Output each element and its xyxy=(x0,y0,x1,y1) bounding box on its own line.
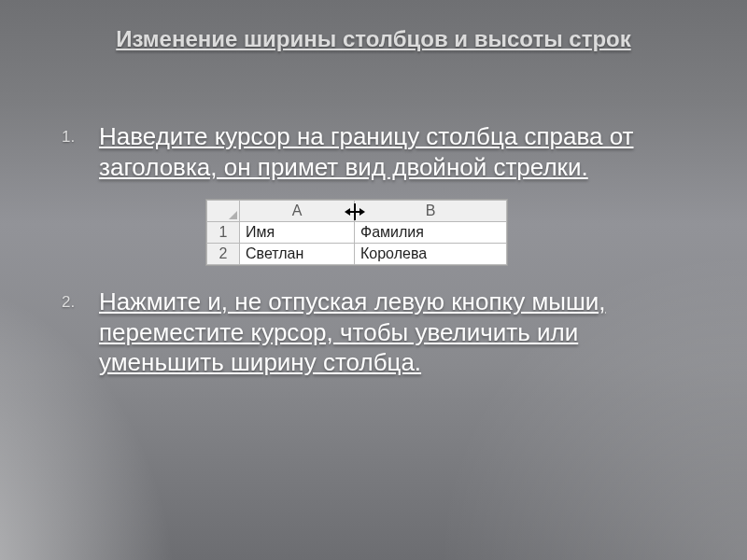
cell-a1: Имя xyxy=(240,222,355,244)
excel-grid: A B 1 Имя Фамилия 2 Светлан Королева xyxy=(206,200,507,265)
instruction-list: Наведите курсор на границу столбца справ… xyxy=(56,121,700,378)
instruction-step-2: Нажмите и, не отпуская левую кнопку мыши… xyxy=(56,287,700,378)
column-header-row: A B xyxy=(207,201,507,222)
table-row: 2 Светлан Королева xyxy=(207,244,507,265)
excel-figure: A B 1 Имя Фамилия 2 Светлан Королева xyxy=(205,199,508,266)
cell-b1: Фамилия xyxy=(355,222,507,244)
table-row: 1 Имя Фамилия xyxy=(207,222,507,244)
row-header-1: 1 xyxy=(207,222,240,244)
select-all-corner xyxy=(207,201,240,222)
column-header-b: B xyxy=(355,201,507,222)
slide-body: Наведите курсор на границу столбца справ… xyxy=(56,121,700,378)
slide-title: Изменение ширины столбцов и высоты строк xyxy=(0,26,747,52)
row-header-2: 2 xyxy=(207,244,240,265)
cell-a2: Светлан xyxy=(240,244,355,265)
cell-b2: Королева xyxy=(355,244,507,265)
instruction-step-1: Наведите курсор на границу столбца справ… xyxy=(56,121,700,182)
figure-wrap: A B 1 Имя Фамилия 2 Светлан Королева xyxy=(56,199,700,270)
slide: Изменение ширины столбцов и высоты строк… xyxy=(0,0,747,560)
column-header-a: A xyxy=(240,201,355,222)
